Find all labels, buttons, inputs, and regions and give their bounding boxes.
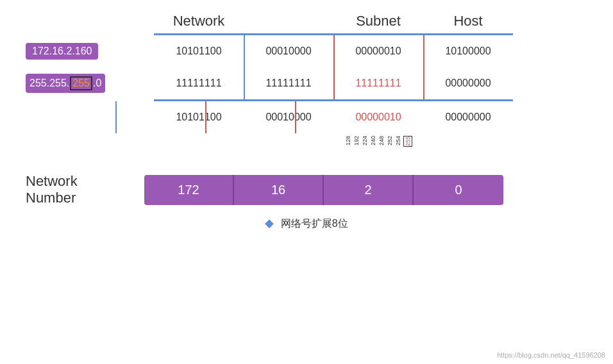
small-numbers-list: 128 192 224 240 248 252 254 255 [345, 135, 412, 147]
nn-cell-2: 2 [324, 175, 414, 205]
ip-cell-2: 00000010 [333, 46, 423, 57]
ip-cells: 10101100 00010000 00000010 10100000 [154, 46, 513, 57]
ip-cell-1: 00010000 [244, 46, 333, 57]
mask-badge: 255.255.255.0 [26, 74, 105, 93]
main-container: Network Subnet Host 172.16.2.160 1010110… [0, 0, 613, 364]
footer-text: 网络号扩展8位 [281, 218, 348, 229]
nn-cell-3: 0 [414, 175, 503, 205]
mask-label-area: 255.255.255.0 [26, 74, 154, 93]
header-host: Host [423, 13, 513, 29]
small-numbers-container: 128 192 224 240 248 252 254 255 [333, 133, 423, 161]
result-wrapper: 10101100 00010000 00000010 00000000 [26, 101, 587, 133]
nn-label-line1: Network [26, 173, 78, 189]
mask-cell-2: 11111111 [333, 78, 423, 89]
sn-254: 254 [395, 136, 401, 145]
sn-255: 255 [403, 136, 412, 147]
rows-wrapper: 172.16.2.160 10101100 00010000 00000010 … [26, 35, 587, 99]
nn-table: 172 16 2 0 [144, 175, 503, 205]
ip-cell-0: 10101100 [154, 46, 244, 57]
result-row: 10101100 00010000 00000010 00000000 [154, 101, 513, 133]
nn-label-line2: Number [26, 190, 76, 206]
header-network1: Network [154, 13, 244, 29]
result-cell-2: 00000010 [333, 112, 423, 123]
footer-diamond: ◆ [265, 217, 274, 229]
mask-cell-3: 00000000 [423, 78, 513, 89]
result-cell-0: 10101100 [154, 112, 244, 123]
small-numbers-spacer [154, 133, 333, 161]
sn-224: 224 [362, 136, 368, 145]
result-cell-3: 00000000 [423, 112, 513, 123]
header-row: Network Subnet Host [154, 13, 587, 29]
network-number-section: Network Number 172 16 2 0 [26, 173, 587, 207]
csdn-link: https://blog.csdn.net/qq_41596208 [497, 351, 605, 359]
small-numbers-row: 128 192 224 240 248 252 254 255 [154, 133, 513, 161]
sn-240: 240 [370, 136, 376, 145]
mask-row: 255.255.255.0 11111111 11111111 11111111… [26, 67, 587, 99]
sn-192: 192 [353, 136, 360, 145]
mask-highlight: 255 [70, 76, 92, 90]
sn-248: 248 [378, 136, 385, 145]
mask-suffix: .0 [93, 78, 101, 89]
header-subnet: Subnet [333, 13, 423, 29]
footer: ◆ 网络号扩展8位 [26, 216, 587, 231]
nn-cell-1: 16 [234, 175, 324, 205]
nn-label: Network Number [26, 173, 144, 207]
ip-badge: 172.16.2.160 [26, 43, 98, 60]
nn-cell-0: 172 [144, 175, 234, 205]
sn-128: 128 [345, 136, 351, 145]
mask-cell-1: 11111111 [244, 78, 333, 89]
mask-cell-0: 11111111 [154, 78, 244, 89]
ip-label-area: 172.16.2.160 [26, 43, 154, 60]
result-cell-1: 00010000 [244, 112, 333, 123]
ip-cell-3: 10100000 [423, 46, 513, 57]
ip-row: 172.16.2.160 10101100 00010000 00000010 … [26, 35, 587, 67]
mask-prefix: 255.255. [29, 78, 69, 89]
mask-cells: 11111111 11111111 11111111 00000000 [154, 78, 513, 89]
result-vline-1 [115, 101, 117, 133]
sn-252: 252 [387, 136, 393, 145]
